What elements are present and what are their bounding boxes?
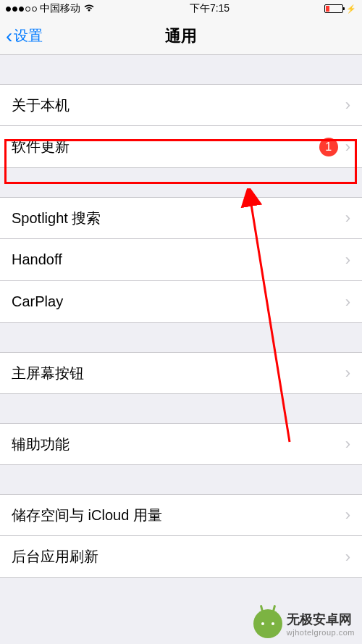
page-title: 通用 (165, 25, 197, 47)
charging-icon: ⚡ (346, 4, 356, 14)
wifi-icon (83, 4, 95, 14)
row-label: 后台应用刷新 (12, 547, 345, 566)
group-accessibility: 辅助功能 › (0, 423, 362, 465)
row-home-button[interactable]: 主屏幕按钮 › (0, 352, 362, 394)
group-device: 关于本机 › 软件更新 1 › (0, 84, 362, 168)
chevron-right-icon: › (345, 435, 350, 453)
status-left: 中国移动 (6, 2, 95, 15)
row-label: 主屏幕按钮 (12, 364, 345, 383)
row-label: CarPlay (12, 293, 345, 310)
watermark-sub: wjhotelgroup.com (287, 628, 355, 637)
row-label: 关于本机 (12, 96, 345, 115)
chevron-right-icon: › (345, 364, 350, 382)
watermark: 无极安卓网 wjhotelgroup.com (253, 609, 355, 638)
group-search: Spotlight 搜索 › Handoff › CarPlay › (0, 197, 362, 323)
chevron-left-icon: ‹ (6, 25, 12, 48)
chevron-right-icon: › (345, 548, 350, 566)
chevron-right-icon: › (345, 293, 350, 311)
chevron-right-icon: › (345, 96, 350, 114)
status-right: ⚡ (324, 4, 356, 14)
row-label: 储存空间与 iCloud 用量 (12, 506, 345, 525)
battery-icon (324, 4, 343, 13)
chevron-right-icon: › (345, 138, 350, 156)
chevron-right-icon: › (345, 251, 350, 269)
notification-badge: 1 (319, 138, 338, 156)
row-carplay[interactable]: CarPlay › (0, 281, 362, 323)
group-storage: 储存空间与 iCloud 用量 › 后台应用刷新 › (0, 494, 362, 578)
row-label: 软件更新 (12, 137, 319, 156)
nav-bar: ‹ 设置 通用 (0, 17, 362, 55)
row-label: 辅助功能 (12, 435, 345, 454)
row-background-refresh[interactable]: 后台应用刷新 › (0, 536, 362, 578)
row-about[interactable]: 关于本机 › (0, 84, 362, 126)
row-accessibility[interactable]: 辅助功能 › (0, 423, 362, 465)
row-label: Handoff (12, 251, 345, 268)
signal-strength-icon (6, 7, 37, 12)
row-storage[interactable]: 储存空间与 iCloud 用量 › (0, 494, 362, 536)
watermark-title: 无极安卓网 (287, 611, 355, 628)
row-spotlight[interactable]: Spotlight 搜索 › (0, 197, 362, 239)
row-handoff[interactable]: Handoff › (0, 239, 362, 281)
chevron-right-icon: › (345, 209, 350, 227)
row-label: Spotlight 搜索 (12, 209, 345, 228)
clock: 下午7:15 (190, 2, 230, 15)
group-homebutton: 主屏幕按钮 › (0, 352, 362, 394)
android-logo-icon (253, 609, 282, 638)
back-label: 设置 (14, 26, 43, 46)
chevron-right-icon: › (345, 506, 350, 524)
carrier-label: 中国移动 (40, 2, 80, 15)
back-button[interactable]: ‹ 设置 (0, 25, 43, 48)
row-software-update[interactable]: 软件更新 1 › (0, 126, 362, 168)
status-bar: 中国移动 下午7:15 ⚡ (0, 0, 362, 17)
